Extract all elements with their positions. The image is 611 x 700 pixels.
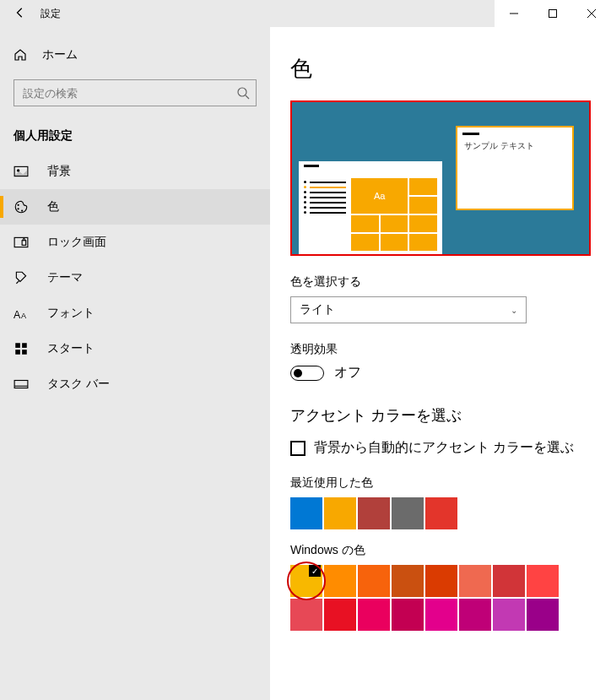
svg-rect-1: [549, 10, 557, 18]
svg-line-5: [246, 95, 249, 99]
sidebar-item-label: テーマ: [47, 270, 83, 285]
recent-color-swatch[interactable]: [324, 497, 356, 529]
transparency-value: オフ: [334, 364, 361, 382]
preview-sample-text: サンプル テキスト: [457, 140, 572, 152]
home-icon: [14, 48, 27, 62]
taskbar-icon: [14, 377, 29, 392]
sidebar-item-label: 色: [47, 199, 59, 214]
recent-color-swatch[interactable]: [425, 497, 457, 529]
windows-color-swatch[interactable]: [459, 599, 491, 631]
palette-icon: [14, 199, 29, 214]
home-link[interactable]: ホーム: [0, 41, 270, 69]
window-controls: [495, 0, 611, 27]
recent-color-swatches: [290, 497, 569, 529]
titlebar: 設定: [0, 0, 611, 27]
start-icon: [14, 341, 29, 356]
sidebar-item-label: フォント: [47, 306, 95, 321]
windows-color-swatch[interactable]: [493, 565, 525, 597]
font-icon: AA: [14, 306, 29, 321]
window-title: 設定: [41, 7, 61, 21]
sidebar-item-label: 背景: [47, 164, 71, 179]
windows-color-swatches: [290, 565, 569, 631]
transparency-toggle[interactable]: [290, 366, 324, 381]
sidebar-item-2[interactable]: ロック画面: [0, 225, 270, 260]
svg-text:A: A: [14, 309, 21, 321]
windows-color-swatch[interactable]: [392, 565, 424, 597]
windows-color-swatch[interactable]: [324, 599, 356, 631]
windows-color-swatch[interactable]: [527, 565, 559, 597]
search-icon: [236, 86, 250, 100]
preview-highlight: Aa サンプル テキスト: [290, 100, 591, 256]
svg-text:A: A: [21, 312, 26, 320]
windows-color-swatch[interactable]: [290, 565, 322, 597]
sidebar-item-label: タスク バー: [47, 377, 110, 392]
choose-color-label: 色を選択する: [290, 274, 591, 290]
maximize-button[interactable]: [533, 0, 572, 27]
sidebar-item-0[interactable]: 背景: [0, 154, 270, 189]
svg-point-8: [18, 204, 19, 206]
recent-color-swatch[interactable]: [392, 497, 424, 529]
lock-icon: [14, 235, 29, 250]
color-mode-select[interactable]: ライト ⌄: [290, 296, 527, 323]
svg-rect-19: [22, 350, 27, 355]
svg-rect-16: [15, 343, 20, 348]
sidebar-item-6[interactable]: タスク バー: [0, 366, 270, 402]
auto-accent-label: 背景から自動的にアクセント カラーを選ぶ: [314, 439, 574, 457]
windows-color-swatch[interactable]: [425, 599, 457, 631]
svg-point-9: [18, 208, 19, 209]
svg-line-13: [16, 280, 19, 283]
svg-point-10: [21, 209, 23, 211]
home-label: ホーム: [42, 47, 78, 62]
windows-color-swatch[interactable]: [290, 599, 322, 631]
auto-accent-row[interactable]: 背景から自動的にアクセント カラーを選ぶ: [290, 439, 591, 457]
sidebar: ホーム 個人用設定 背景色ロック画面テーマAAフォントスタートタスク バー: [0, 27, 270, 700]
auto-accent-checkbox[interactable]: [290, 441, 306, 456]
preview-sample-window: サンプル テキスト: [456, 126, 574, 210]
search-input[interactable]: [14, 79, 257, 106]
svg-rect-18: [15, 350, 20, 355]
sidebar-item-label: スタート: [47, 341, 95, 356]
svg-rect-17: [22, 343, 27, 348]
recent-color-swatch[interactable]: [358, 497, 390, 529]
image-icon: [14, 164, 29, 179]
preview-tile-aa: Aa: [351, 178, 408, 214]
sidebar-item-1[interactable]: 色: [0, 189, 270, 225]
color-mode-value: ライト: [300, 302, 335, 317]
svg-rect-20: [14, 381, 28, 388]
windows-color-swatch[interactable]: [425, 565, 457, 597]
color-preview: Aa サンプル テキスト: [292, 102, 589, 254]
windows-colors-label: Windows の色: [290, 543, 591, 558]
content-area: 色: [270, 27, 611, 700]
sidebar-item-5[interactable]: スタート: [0, 331, 270, 366]
windows-color-swatch[interactable]: [358, 599, 390, 631]
svg-rect-12: [22, 241, 26, 246]
transparency-label: 透明効果: [290, 342, 591, 357]
windows-color-swatch[interactable]: [358, 565, 390, 597]
search-box[interactable]: [14, 79, 257, 106]
sidebar-item-3[interactable]: テーマ: [0, 260, 270, 296]
back-button[interactable]: [0, 7, 41, 21]
preview-start-menu: Aa: [299, 161, 442, 254]
sidebar-item-label: ロック画面: [47, 235, 106, 250]
windows-color-swatch[interactable]: [527, 599, 559, 631]
page-title: 色: [290, 54, 591, 84]
windows-color-swatch[interactable]: [392, 599, 424, 631]
close-button[interactable]: [572, 0, 611, 27]
accent-heading: アクセント カラーを選ぶ: [290, 405, 591, 426]
section-label: 個人用設定: [0, 120, 270, 154]
minimize-button[interactable]: [495, 0, 533, 27]
windows-color-swatch[interactable]: [493, 599, 525, 631]
chevron-down-icon: ⌄: [511, 306, 517, 315]
svg-point-4: [238, 88, 246, 96]
recent-colors-label: 最近使用した色: [290, 475, 591, 491]
recent-color-swatch[interactable]: [290, 497, 322, 529]
sidebar-item-4[interactable]: AAフォント: [0, 296, 270, 331]
windows-color-swatch[interactable]: [324, 565, 356, 597]
theme-icon: [14, 270, 29, 285]
windows-color-swatch[interactable]: [459, 565, 491, 597]
